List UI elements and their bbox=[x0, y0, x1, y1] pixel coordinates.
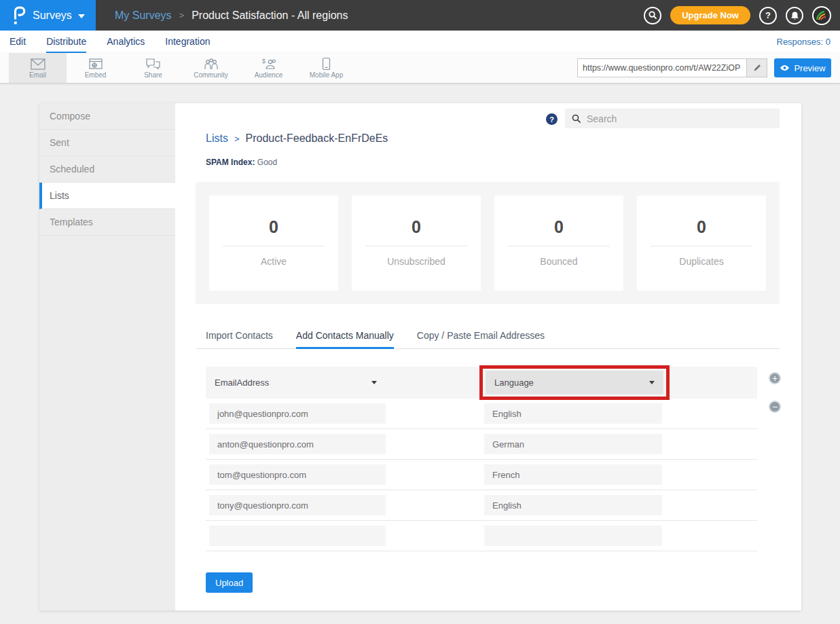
search-button[interactable] bbox=[644, 7, 661, 24]
embed-icon bbox=[88, 58, 103, 71]
language-input-5[interactable] bbox=[484, 526, 662, 546]
stat-label: Active bbox=[209, 256, 338, 267]
top-bar-right: My Surveys > Product Satisfaction - All … bbox=[96, 0, 840, 31]
magnifier-icon bbox=[572, 114, 581, 124]
lists-content: ? Lists > Product-Feedback-EnFrDeEs SPAM… bbox=[175, 103, 801, 610]
language-input-3[interactable] bbox=[484, 464, 662, 485]
stat-value: 0 bbox=[637, 217, 766, 237]
contact-row bbox=[206, 521, 757, 551]
list-breadcrumb: Lists > Product-Feedback-EnFrDeEs bbox=[206, 132, 388, 145]
nav-tab-analytics[interactable]: Analytics bbox=[107, 31, 145, 53]
avatar-logo-icon bbox=[814, 8, 829, 23]
spam-index-label: SPAM Index: bbox=[206, 158, 255, 167]
edit-url-button[interactable] bbox=[746, 59, 767, 77]
survey-url-input[interactable] bbox=[578, 59, 746, 77]
survey-nav: Edit Distribute Analytics Integration Re… bbox=[0, 31, 840, 53]
toolbar-tab-audience[interactable]: $ Audience bbox=[240, 53, 297, 83]
sidebar-item-compose[interactable]: Compose bbox=[39, 103, 175, 130]
list-help-icon[interactable]: ? bbox=[546, 113, 558, 125]
email-input-5[interactable] bbox=[209, 526, 386, 546]
add-contacts-form: EmailAddress Language bbox=[206, 367, 757, 593]
chevron-down-icon bbox=[371, 381, 377, 384]
community-icon bbox=[203, 58, 219, 71]
share-icon bbox=[145, 58, 161, 71]
bell-icon bbox=[790, 11, 799, 20]
list-search-input[interactable] bbox=[587, 113, 773, 124]
stat-card-unsubscribed: 0 Unsubscribed bbox=[352, 196, 481, 291]
stat-label: Unsubscribed bbox=[352, 256, 481, 267]
sidebar-item-sent[interactable]: Sent bbox=[39, 130, 175, 156]
top-bar: Surveys My Surveys > Product Satisfactio… bbox=[0, 0, 840, 31]
email-icon bbox=[30, 58, 46, 71]
survey-url-group bbox=[577, 58, 767, 77]
email-input-4[interactable] bbox=[209, 495, 386, 515]
contact-row bbox=[206, 460, 757, 490]
breadcrumb-chevron: > bbox=[234, 134, 240, 144]
language-input-4[interactable] bbox=[484, 495, 662, 515]
tab-copy-paste-email-addresses[interactable]: Copy / Paste Email Addresses bbox=[417, 325, 545, 349]
breadcrumb-lists-link[interactable]: Lists bbox=[206, 132, 228, 145]
stat-label: Duplicates bbox=[637, 256, 766, 267]
top-actions: Upgrade Now ? bbox=[644, 6, 831, 25]
stat-card-bounced: 0 Bounced bbox=[494, 196, 623, 291]
search-icon bbox=[649, 11, 657, 20]
column-select-language[interactable]: Language bbox=[486, 371, 663, 394]
email-input-2[interactable] bbox=[209, 434, 386, 454]
upload-button[interactable]: Upload bbox=[206, 572, 253, 593]
remove-row-button[interactable]: − bbox=[769, 401, 781, 413]
audience-icon: $ bbox=[261, 58, 277, 71]
page: Surveys My Surveys > Product Satisfactio… bbox=[0, 0, 840, 624]
distribute-toolbar: Email Embed Share Community $ Audience bbox=[0, 53, 840, 83]
app-breadcrumb: My Surveys > Product Satisfaction - All … bbox=[115, 10, 348, 22]
toolbar-tab-mobile-app[interactable]: Mobile App bbox=[297, 53, 355, 83]
mobile-app-icon bbox=[322, 57, 331, 71]
divider bbox=[651, 246, 752, 246]
chevron-down-icon bbox=[649, 381, 655, 384]
svg-text:$: $ bbox=[262, 58, 266, 65]
breadcrumb-my-surveys-link[interactable]: My Surveys bbox=[115, 10, 172, 22]
notifications-button[interactable] bbox=[786, 7, 803, 24]
breadcrumb-separator: > bbox=[179, 10, 185, 20]
divider bbox=[223, 246, 325, 246]
preview-button[interactable]: Preview bbox=[774, 58, 831, 77]
toolbar-tab-community[interactable]: Community bbox=[182, 53, 240, 83]
sidebar-item-templates[interactable]: Templates bbox=[39, 209, 175, 236]
contact-row bbox=[206, 490, 757, 521]
sidebar-item-lists[interactable]: Lists bbox=[39, 183, 175, 209]
nav-tab-distribute[interactable]: Distribute bbox=[46, 31, 86, 53]
email-sidebar: Compose Sent Scheduled Lists Templates bbox=[39, 103, 175, 610]
column-header-row: EmailAddress Language bbox=[206, 367, 757, 399]
nav-tab-integration[interactable]: Integration bbox=[165, 31, 210, 53]
product-switcher[interactable]: Surveys bbox=[0, 0, 96, 31]
responses-count[interactable]: Responses: 0 bbox=[777, 31, 831, 53]
contacts-tabs: Import Contacts Add Contacts Manually Co… bbox=[196, 325, 780, 349]
upgrade-button[interactable]: Upgrade Now bbox=[670, 6, 750, 24]
tab-add-contacts-manually[interactable]: Add Contacts Manually bbox=[296, 325, 394, 349]
stat-card-duplicates: 0 Duplicates bbox=[637, 196, 766, 291]
avatar[interactable] bbox=[812, 6, 831, 25]
questionpro-logo-icon bbox=[12, 6, 26, 25]
email-input-3[interactable] bbox=[209, 464, 386, 485]
language-input-1[interactable] bbox=[484, 403, 662, 424]
toolbar-tab-email[interactable]: Email bbox=[9, 53, 67, 83]
nav-tab-edit[interactable]: Edit bbox=[10, 31, 26, 53]
annotation-highlight-box: Language bbox=[479, 365, 670, 400]
eye-icon bbox=[780, 65, 790, 71]
contact-row bbox=[206, 399, 757, 429]
sidebar-item-scheduled[interactable]: Scheduled bbox=[39, 156, 175, 183]
email-input-1[interactable] bbox=[209, 403, 386, 424]
divider bbox=[508, 246, 610, 246]
tab-import-contacts[interactable]: Import Contacts bbox=[206, 325, 273, 349]
help-button[interactable]: ? bbox=[759, 7, 777, 24]
language-input-2[interactable] bbox=[484, 434, 662, 454]
breadcrumb-current-list: Product-Feedback-EnFrDeEs bbox=[246, 132, 388, 145]
divider bbox=[365, 246, 467, 246]
pencil-icon bbox=[753, 64, 761, 72]
spam-index: SPAM Index: Good bbox=[206, 158, 277, 167]
toolbar-tab-share[interactable]: Share bbox=[124, 53, 182, 83]
list-search-box bbox=[565, 109, 780, 128]
product-name: Surveys bbox=[33, 10, 72, 22]
column-select-email-address[interactable]: EmailAddress bbox=[206, 371, 386, 394]
add-row-button[interactable]: + bbox=[769, 372, 781, 384]
toolbar-tab-embed[interactable]: Embed bbox=[67, 53, 124, 83]
